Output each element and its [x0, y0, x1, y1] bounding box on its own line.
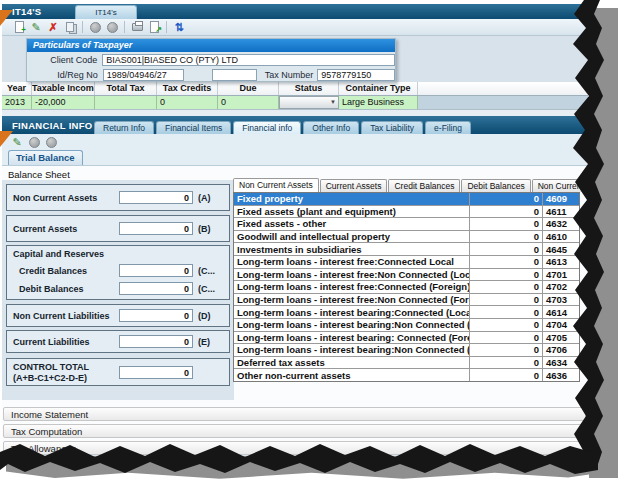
current-assets-field[interactable]: 0 [119, 222, 193, 235]
fin-tab-e-filing[interactable]: e-Filing [425, 121, 471, 134]
summary-row[interactable]: 2013 -20,000 0 0 ▼ Large Business [2, 96, 588, 110]
section-income-statement[interactable]: Income Statement [3, 407, 586, 421]
detail-tab-credit-balances[interactable]: Credit Balances [388, 179, 460, 192]
detail-row-4613[interactable]: Long-term loans - interest free:Connecte… [234, 256, 579, 269]
detail-row-4704[interactable]: Long-term loans - interest bearing:Non C… [234, 319, 579, 332]
summary-taxable-income-cell[interactable]: -20,000 [32, 96, 95, 109]
summary-container-type-cell[interactable]: Large Business [339, 96, 418, 109]
detail-row-4611[interactable]: Fixed assets (plant and equipment)04611 [234, 206, 579, 219]
fin-tab-return-info[interactable]: Return Info [94, 121, 154, 134]
financial-info-band: FINANCIAL INFO Return InfoFinancial Item… [2, 116, 588, 134]
detail-row-label: Investments in subsidiaries [234, 244, 469, 255]
detail-row-value: 0 [469, 218, 542, 230]
id-reg-field-2[interactable] [212, 69, 257, 81]
current-liabilities-field[interactable]: 0 [119, 335, 193, 348]
debit-balances-field[interactable]: 0 [119, 282, 193, 295]
section-tax-computation[interactable]: Tax Computation [3, 424, 586, 438]
forward-icon[interactable] [105, 20, 119, 34]
detail-row-value: 0 [469, 206, 542, 218]
non-current-liabilities-label: Non Current Liabilities [13, 311, 110, 321]
current-assets-label: Current Assets [13, 224, 77, 234]
fin-tab-financial-items[interactable]: Financial Items [156, 121, 231, 134]
back-icon[interactable] [88, 20, 102, 34]
detail-row-4705[interactable]: Long-term loans - interest bearing: Conn… [234, 332, 579, 345]
detail-row-code: 4609 [542, 193, 579, 205]
financial-info-title: FINANCIAL INFO [12, 120, 93, 131]
new-icon-plus: + [21, 26, 26, 34]
sync-icon[interactable]: ⇅ [172, 20, 186, 34]
detail-row-4703[interactable]: Long-term loans - interest free:Non Conn… [234, 294, 579, 307]
detail-row-value: 0 [469, 243, 542, 255]
copy-icon[interactable] [63, 20, 77, 34]
client-code-label: Client Code [27, 55, 102, 65]
detail-row-code: 4701 [542, 269, 579, 281]
control-total-label: CONTROL TOTAL [13, 362, 89, 372]
detail-row-4634[interactable]: Deferred tax assets04634 [234, 357, 579, 370]
summary-year-cell[interactable]: 2013 [2, 96, 32, 109]
client-code-field[interactable]: BIAS001|BIASED CO (PTY) LTD [102, 54, 395, 66]
fold-corner-icon [0, 10, 13, 26]
summary-column-status: Status [279, 82, 339, 95]
summary-tax-credits-cell[interactable]: 0 [157, 96, 218, 109]
detail-tab-current-assets[interactable]: Current Assets [320, 179, 388, 192]
non-current-assets-field[interactable]: 0 [119, 191, 193, 204]
tab-trial-balance[interactable]: Trial Balance [8, 150, 83, 165]
summary-total-tax-cell[interactable] [95, 96, 157, 109]
detail-row-4636[interactable]: Other non-current assets04636 [234, 369, 579, 381]
detail-row-label: Long-term loans - interest bearing:Non C… [234, 319, 469, 330]
detail-row-4632[interactable]: Fixed assets - other04632 [234, 218, 579, 231]
tax-number-field[interactable]: 9578779150 [317, 69, 395, 81]
toolbar-separator [82, 21, 83, 33]
status-dropdown[interactable]: ▼ [279, 96, 339, 109]
financial-info-tabs: Return InfoFinancial ItemsFinancial info… [94, 121, 473, 134]
fin-tab-other-info[interactable]: Other Info [303, 121, 359, 134]
detail-row-value: 0 [469, 319, 542, 331]
copy-icon-pages [66, 22, 74, 32]
delete-icon[interactable]: ✗ [46, 20, 60, 34]
group-current-liabilities: Current Liabilities 0 (E) [6, 330, 230, 353]
section-tax-allowances[interactable]: Tax Allowances [3, 441, 586, 455]
fin-tab-tax-liability[interactable]: Tax Liability [361, 121, 423, 134]
detail-tab-debit-balances[interactable]: Debit Balances [461, 179, 530, 192]
non-current-liabilities-field[interactable]: 0 [119, 309, 193, 322]
detail-row-4645[interactable]: Investments in subsidiaries04645 [234, 243, 579, 256]
detail-row-4610[interactable]: Goodwill and intellectual property04610 [234, 231, 579, 244]
fin-tab-financial-info[interactable]: Financial info [233, 121, 301, 134]
detail-tabs: Non Current AssetsCurrent AssetsCredit B… [233, 178, 580, 192]
summary-due-cell[interactable]: 0 [218, 96, 279, 109]
detail-row-label: Other non-current assets [234, 370, 469, 381]
detail-row-code: 4645 [542, 243, 579, 255]
detail-row-label: Long-term loans - interest bearing: Conn… [234, 332, 469, 343]
non-current-assets-label: Non Current Assets [13, 193, 97, 203]
detail-row-value: 0 [469, 193, 542, 205]
confirm-icon-circle [29, 137, 40, 148]
detail-row-4701[interactable]: Long-term loans - interest free:Non Conn… [234, 269, 579, 282]
new-icon[interactable]: + [12, 20, 26, 34]
summary-column-container-type: Container Type [339, 82, 418, 95]
toolbar-separator [124, 21, 125, 33]
cancel-icon[interactable] [44, 135, 58, 149]
detail-row-code: 4706 [542, 344, 579, 356]
detail-row-code: 4613 [542, 256, 579, 268]
detail-row-4706[interactable]: Long-term loans - interest bearing:Non C… [234, 344, 579, 357]
taxpayer-panel-header: Particulars of Taxpayer [27, 39, 395, 52]
id-reg-field[interactable]: 1989/04946/27 [103, 69, 185, 81]
detail-row-4702[interactable]: Long-term loans - interest free:Connecte… [234, 281, 579, 294]
detail-row-code: 4632 [542, 218, 579, 230]
control-total-field[interactable]: 0 [119, 366, 193, 379]
detail-tab-non-current-assets[interactable]: Non Current Assets [233, 178, 319, 192]
trial-balance-row: Trial Balance [2, 150, 588, 166]
print-icon[interactable] [130, 20, 144, 34]
export-icon[interactable]: ↗ [147, 20, 161, 34]
credit-balances-field[interactable]: 0 [119, 264, 193, 277]
detail-row-4614[interactable]: Long-term loans - interest bearing:Conne… [234, 306, 579, 319]
edit-icon[interactable]: ✎ [29, 20, 43, 34]
detail-row-4609[interactable]: Fixed property04609 [234, 193, 579, 206]
detail-row-label: Long-term loans - interest free:Connecte… [234, 256, 469, 267]
group-non-current-assets: Non Current Assets 0 (A) [6, 184, 230, 211]
window-tab-it14s[interactable]: IT14's [75, 5, 137, 19]
detail-row-code: 4614 [542, 306, 579, 318]
main-toolbar: + ✎ ✗ ↗ ⇅ [2, 19, 588, 36]
confirm-icon[interactable] [27, 135, 41, 149]
credit-balances-suffix: (C... [198, 266, 215, 276]
